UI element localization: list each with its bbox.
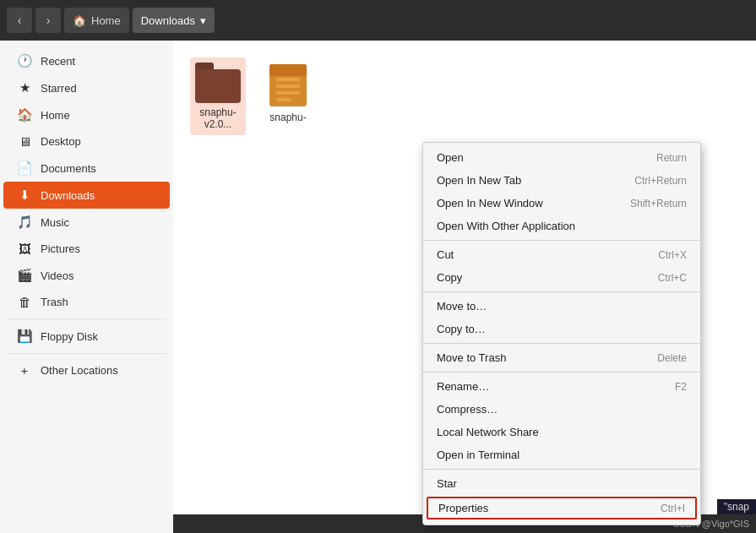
menu-item-label: Move to Trash [437,351,506,364]
sidebar-item-label: Downloads [41,189,95,202]
sidebar-item-trash[interactable]: 🗑 Trash [3,289,170,315]
downloads-icon: ⬇ [17,188,32,203]
menu-separator [423,372,700,373]
file-content: snaphu-v2.0... snaphu- [173,41,756,533]
menu-item-open-new-window[interactable]: Open In New Window Shift+Return [423,192,700,215]
sidebar-item-videos[interactable]: 🎬 Videos [3,262,170,289]
sidebar-item-downloads[interactable]: ⬇ Downloads [3,182,170,209]
files-grid: snaphu-v2.0... snaphu- [190,57,739,135]
sidebar-item-home[interactable]: 🏠 Home [3,101,170,128]
menu-item-cut[interactable]: Cut Ctrl+X [423,243,700,266]
menu-separator [423,240,700,241]
sidebar-item-floppy[interactable]: 💾 Floppy Disk [3,323,170,350]
sidebar-item-other-locations[interactable]: + Other Locations [3,357,170,383]
menu-item-open-new-tab[interactable]: Open In New Tab Ctrl+Return [423,169,700,192]
recent-icon: 🕐 [17,53,32,68]
menu-shortcut: F2 [675,381,687,393]
sidebar-item-starred[interactable]: ★ Starred [3,74,170,101]
menu-item-label: Open in Terminal [437,449,519,461]
menu-item-label: Local Network Share [437,426,539,438]
menu-item-open-terminal[interactable]: Open in Terminal [423,443,700,466]
sidebar-item-label: Floppy Disk [41,330,98,343]
sidebar-item-label: Videos [41,269,74,282]
menu-shortcut: Ctrl+Return [634,175,687,187]
menu-shortcut: Return [656,152,687,164]
file-item-folder[interactable]: snaphu-v2.0... [190,57,246,135]
menu-item-open-other-app[interactable]: Open With Other Application [423,215,700,237]
sidebar: 🕐 Recent ★ Starred 🏠 Home 🖥 Desktop 📄 Do… [0,41,173,533]
menu-item-properties[interactable]: Properties Ctrl+I [427,497,697,519]
sidebar-item-desktop[interactable]: 🖥 Desktop [3,128,170,155]
menu-item-compress[interactable]: Compress… [423,398,700,421]
svg-rect-5 [276,98,291,101]
forward-button[interactable]: › [35,8,61,33]
documents-icon: 📄 [17,160,32,176]
sidebar-item-label: Recent [41,55,75,68]
menu-item-label: Open [437,151,464,164]
sidebar-item-recent[interactable]: 🕐 Recent [3,47,170,74]
sidebar-item-music[interactable]: 🎵 Music [3,209,170,236]
trash-icon: 🗑 [17,295,32,309]
sidebar-item-label: Music [41,216,69,229]
home-button[interactable]: 🏠 Home [64,8,129,33]
sidebar-item-documents[interactable]: 📄 Documents [3,155,170,182]
menu-item-label: Copy [437,271,462,284]
menu-item-label: Move to… [437,300,487,313]
menu-item-open[interactable]: Open Return [423,146,700,169]
menu-shortcut: Delete [657,352,687,364]
sidebar-item-label: Trash [41,296,68,308]
sidebar-item-label: Other Locations [41,364,118,377]
menu-item-local-network-share[interactable]: Local Network Share [423,421,700,443]
sidebar-divider [7,318,166,319]
menu-item-move-to[interactable]: Move to… [423,295,700,318]
snap-preview: "snap [717,499,756,514]
context-menu: Open Return Open In New Tab Ctrl+Return … [422,142,701,525]
menu-item-label: Properties [438,502,488,514]
sidebar-divider2 [7,353,166,354]
svg-rect-2 [276,78,300,81]
floppy-icon: 💾 [17,329,32,344]
file-item-archive[interactable]: snaphu- [263,57,313,128]
archive-icon [268,63,308,108]
menu-item-label: Open With Other Application [437,220,575,232]
other-locations-icon: + [17,363,32,378]
titlebar: ‹ › 🏠 Home Downloads ▾ [0,0,756,41]
menu-shortcut: Ctrl+X [658,249,687,261]
snap-preview-text: "snap [724,501,749,513]
menu-separator [423,469,700,470]
back-button[interactable]: ‹ [7,8,32,33]
folder-icon [195,63,241,103]
main-layout: 🕐 Recent ★ Starred 🏠 Home 🖥 Desktop 📄 Do… [0,41,756,533]
menu-item-label: Open In New Tab [437,174,521,187]
desktop-icon: 🖥 [17,134,32,149]
menu-item-label: Compress… [437,403,498,416]
music-icon: 🎵 [17,215,32,230]
file-label: snaphu- [269,111,306,123]
menu-item-copy-to[interactable]: Copy to… [423,318,700,340]
sidebar-item-label: Documents [41,162,96,175]
menu-item-label: Star [437,477,457,490]
location-button[interactable]: Downloads ▾ [133,8,215,33]
menu-item-star[interactable]: Star [423,472,700,495]
menu-item-move-trash[interactable]: Move to Trash Delete [423,346,700,369]
dropdown-icon: ▾ [200,14,206,27]
sidebar-item-label: Starred [41,82,77,95]
menu-separator [423,291,700,292]
sidebar-item-label: Home [41,109,70,122]
pictures-icon: 🖼 [17,242,32,256]
home-label: Home [91,14,121,27]
svg-rect-3 [276,84,300,88]
sidebar-item-label: Pictures [41,242,80,255]
location-label: Downloads [141,14,195,27]
starred-icon: ★ [17,80,32,95]
menu-separator [423,343,700,344]
file-label: snaphu-v2.0... [199,106,236,130]
menu-item-rename[interactable]: Rename… F2 [423,375,700,398]
menu-shortcut: Shift+Return [630,198,687,209]
sidebar-item-pictures[interactable]: 🖼 Pictures [3,236,170,262]
home-sidebar-icon: 🏠 [17,107,32,122]
home-icon: 🏠 [73,14,86,27]
menu-item-copy[interactable]: Copy Ctrl+C [423,266,700,289]
menu-item-label: Rename… [437,380,489,393]
svg-rect-4 [276,91,300,95]
